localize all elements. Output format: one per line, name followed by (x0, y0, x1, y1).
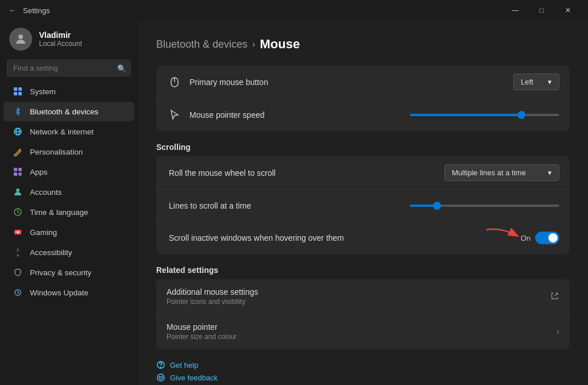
external-link-icon (550, 291, 559, 302)
svg-point-19 (161, 367, 161, 368)
titlebar-controls: — □ ✕ (502, 1, 581, 20)
lines-slider-track[interactable] (410, 205, 559, 207)
gaming-icon (13, 227, 23, 237)
scroll-inactive-control: On (521, 232, 559, 244)
privacy-icon (13, 267, 23, 278)
user-name: Vladimir (39, 30, 82, 40)
sidebar-item-bluetooth-label: Bluetooth & devices (30, 107, 98, 116)
sidebar-item-network-label: Network & internet (30, 128, 94, 136)
titlebar-left: ← Settings (7, 5, 502, 16)
bluetooth-icon (13, 106, 23, 117)
scroll-wheel-control: Multiple lines at a time ▾ (444, 164, 559, 181)
svg-point-20 (157, 374, 164, 381)
mouse-speed-slider-fill (410, 114, 517, 116)
dropdown-chevron-icon: ▾ (548, 78, 552, 86)
svg-point-13 (17, 249, 19, 251)
mouse-speed-row: Mouse pointer speed (156, 99, 570, 131)
scroll-inactive-row: Scroll inactive windows when hovering ov… (156, 222, 570, 254)
primary-mouse-dropdown[interactable]: Left ▾ (513, 74, 559, 90)
primary-mouse-card: Primary mouse button Left ▾ Mouse pointe… (156, 66, 570, 131)
close-button[interactable]: ✕ (555, 1, 581, 20)
titlebar-title: Settings (23, 6, 50, 15)
search-box: 🔍 (7, 60, 131, 76)
sidebar-item-update-label: Windows Update (30, 288, 88, 297)
content-area: Bluetooth & devices › Mouse Primary mous… (138, 21, 588, 385)
sidebar-item-privacy[interactable]: Privacy & security (3, 263, 134, 282)
svg-point-0 (18, 34, 23, 39)
time-icon (13, 207, 23, 217)
related-item-0-text: Additional mouse settings Pointer icons … (167, 287, 550, 306)
search-input[interactable] (7, 60, 131, 76)
svg-rect-2 (18, 87, 22, 91)
mouse-speed-slider-container (410, 114, 559, 116)
titlebar: ← Settings — □ ✕ (0, 0, 588, 21)
help-section: Get help Give feedback (156, 360, 570, 382)
scroll-inactive-toggle[interactable] (535, 232, 559, 244)
related-settings-heading: Related settings (156, 265, 570, 275)
scrolling-heading: Scrolling (156, 143, 570, 152)
give-feedback-label: Give feedback (170, 374, 218, 382)
related-item-1[interactable]: Mouse pointer Pointer size and colour › (156, 314, 570, 349)
sidebar-item-time-label: Time & language (30, 208, 88, 217)
svg-rect-7 (18, 168, 22, 171)
mouse-icon (167, 76, 183, 88)
network-icon (13, 126, 23, 137)
lines-slider-thumb[interactable] (433, 202, 441, 210)
related-item-1-text: Mouse pointer Pointer size and colour (167, 322, 556, 341)
breadcrumb-parent[interactable]: Bluetooth & devices (156, 38, 247, 51)
lines-scroll-control (410, 205, 559, 207)
apps-icon (13, 167, 23, 177)
sidebar-item-personalisation[interactable]: Personalisation (3, 142, 134, 161)
sidebar-item-gaming-label: Gaming (30, 228, 57, 237)
sidebar-nav: System Bluetooth & devices Network & int… (0, 81, 138, 303)
related-settings-card: Additional mouse settings Pointer icons … (156, 279, 570, 349)
scroll-wheel-dropdown[interactable]: Multiple lines at a time ▾ (444, 164, 559, 181)
breadcrumb-current: Mouse (260, 37, 300, 52)
user-section: Vladimir Local Account (0, 21, 138, 60)
sidebar-item-gaming[interactable]: Gaming (3, 222, 134, 242)
sidebar-item-accounts-label: Accounts (30, 188, 62, 197)
system-icon (13, 86, 23, 97)
get-help-link[interactable]: Get help (156, 360, 570, 369)
sidebar-item-system[interactable]: System (3, 82, 134, 101)
svg-rect-1 (14, 87, 17, 91)
personalisation-icon (13, 147, 23, 157)
breadcrumb-separator: › (252, 39, 255, 49)
scroll-inactive-label: Scroll inactive windows when hovering ov… (167, 233, 521, 242)
toggle-knob (548, 233, 558, 242)
update-icon (13, 287, 23, 298)
svg-point-21 (159, 376, 160, 378)
related-item-0[interactable]: Additional mouse settings Pointer icons … (156, 279, 570, 314)
scroll-inactive-state-label: On (521, 234, 531, 242)
primary-mouse-label: Primary mouse button (189, 78, 513, 87)
user-type: Local Account (39, 40, 82, 48)
svg-rect-8 (14, 172, 17, 176)
scroll-wheel-row: Roll the mouse wheel to scroll Multiple … (156, 156, 570, 190)
svg-rect-6 (14, 168, 17, 171)
sidebar-item-accessibility-label: Accessibility (30, 248, 72, 257)
scroll-wheel-label: Roll the mouse wheel to scroll (167, 168, 444, 178)
sidebar-item-bluetooth[interactable]: Bluetooth & devices (3, 102, 134, 121)
sidebar-item-apps[interactable]: Apps (3, 162, 134, 182)
sidebar-item-network[interactable]: Network & internet (3, 122, 134, 141)
back-button[interactable]: ← (7, 5, 18, 16)
accounts-icon (13, 187, 23, 197)
related-item-0-title: Additional mouse settings (167, 287, 550, 297)
user-info: Vladimir Local Account (39, 30, 82, 48)
minimize-button[interactable]: — (502, 1, 528, 20)
svg-point-9 (18, 172, 22, 176)
sidebar-item-update[interactable]: Windows Update (3, 283, 134, 302)
feedback-icon (156, 373, 165, 382)
scrolling-card: Roll the mouse wheel to scroll Multiple … (156, 156, 570, 254)
lines-scroll-label: Lines to scroll at a time (167, 201, 410, 210)
mouse-speed-slider-track[interactable] (410, 114, 559, 116)
related-item-0-subtitle: Pointer icons and visibility (167, 298, 550, 306)
svg-rect-4 (18, 92, 22, 95)
sidebar-item-accessibility[interactable]: Accessibility (3, 242, 134, 262)
sidebar-item-time[interactable]: Time & language (3, 202, 134, 222)
sidebar-item-accounts[interactable]: Accounts (3, 182, 134, 202)
maximize-button[interactable]: □ (528, 1, 555, 20)
mouse-speed-slider-thumb[interactable] (517, 111, 525, 119)
svg-point-10 (16, 188, 20, 192)
give-feedback-link[interactable]: Give feedback (156, 373, 570, 382)
